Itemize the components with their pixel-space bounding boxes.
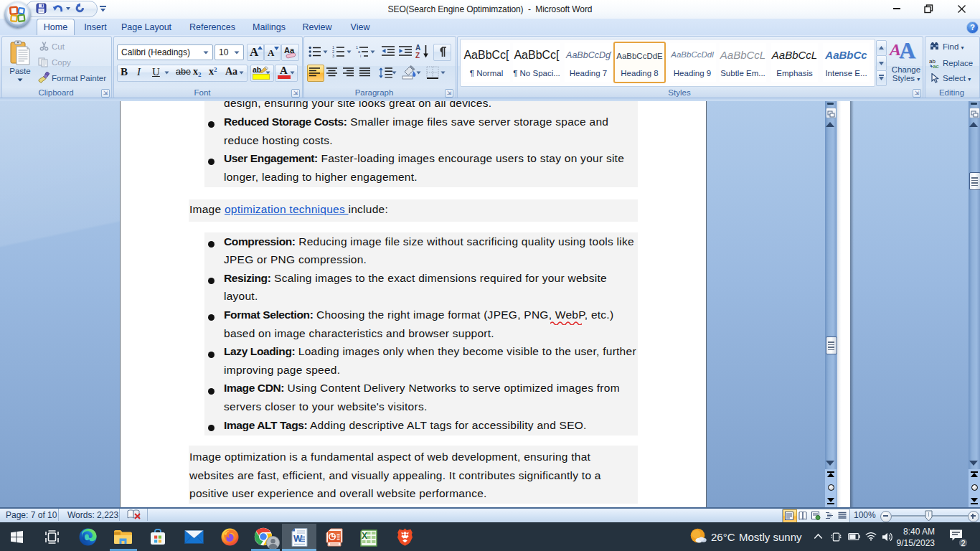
svg-text:i: i xyxy=(360,54,361,58)
svg-text:X: X xyxy=(362,531,367,541)
svg-text:Z: Z xyxy=(415,52,420,59)
svg-text:W: W xyxy=(293,533,303,544)
svg-text:3: 3 xyxy=(332,54,334,58)
svg-text:ac: ac xyxy=(933,63,938,69)
svg-text:2: 2 xyxy=(961,539,966,547)
svg-text:A: A xyxy=(415,44,420,52)
